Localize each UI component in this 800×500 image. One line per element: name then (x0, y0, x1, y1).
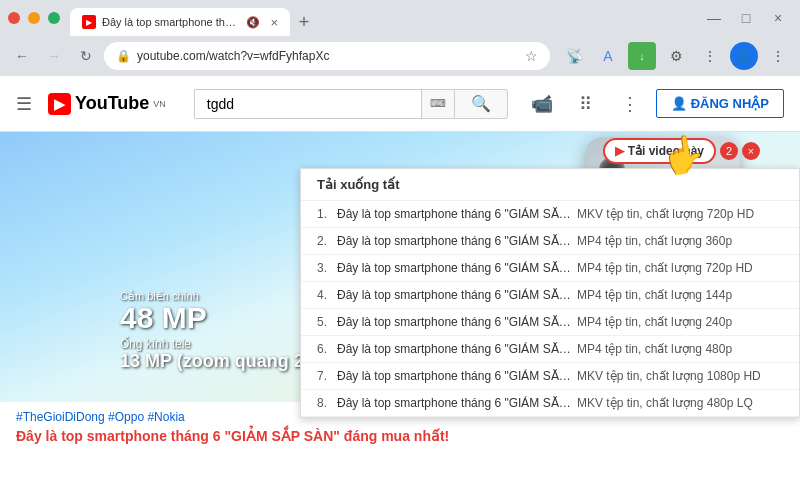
download-item-title: Đây là top smartphone tháng 6 "GIẢM SẮP … (337, 342, 577, 356)
download-item-format: MKV tệp tin, chất lượng 480p LQ (577, 396, 783, 410)
forward-button[interactable]: → (40, 42, 68, 70)
download-item[interactable]: 3. Đây là top smartphone tháng 6 "GIẢM S… (301, 255, 799, 282)
search-wrapper: ⌨ 🔍 (194, 89, 508, 119)
translate-icon[interactable]: A (594, 42, 622, 70)
download-item-format: MP4 tệp tin, chất lượng 240p (577, 315, 783, 329)
download-close-btn[interactable]: × (742, 142, 760, 160)
menu-hamburger-icon[interactable]: ☰ (16, 93, 32, 115)
hand-cursor-icon: 👆 (657, 130, 709, 179)
close-window-btn[interactable] (8, 12, 20, 24)
signin-person-icon: 👤 (671, 96, 687, 111)
youtube-logo-icon: ▶ (48, 93, 71, 115)
cast-icon[interactable]: 📡 (560, 42, 588, 70)
download-item-num: 6. (317, 342, 337, 356)
search-input[interactable] (194, 89, 421, 119)
download-item[interactable]: 8. Đây là top smartphone tháng 6 "GIẢM S… (301, 390, 799, 417)
camera-main-mp: 48 MP (120, 303, 320, 333)
toolbar-icons: 📡 A ↓ ⚙ ⋮ 👤 ⋮ (560, 42, 792, 70)
menu-dots-icon[interactable]: ⋮ (696, 42, 724, 70)
signin-button[interactable]: 👤 ĐĂNG NHẬP (656, 89, 784, 118)
tab-close-btn[interactable]: × (270, 15, 278, 30)
download-item-format: MP4 tệp tin, chất lượng 480p (577, 342, 783, 356)
camera-spec-overlay: Cảm biến chính 48 MP Ống kính tele 13 MP… (120, 290, 320, 372)
main-content: ▶ Tải video này 2 × Tải xuống tất 1. Đây… (0, 132, 800, 500)
upload-video-icon[interactable]: 📹 (524, 86, 560, 122)
search-button[interactable]: 🔍 (454, 89, 508, 119)
header-right: 📹 ⠿ ⋮ 👤 ĐĂNG NHẬP (524, 86, 784, 122)
minimize-btn[interactable]: — (700, 4, 728, 32)
camera-tele-mp: 13 MP (zoom quang 2x) (120, 351, 320, 372)
back-button[interactable]: ← (8, 42, 36, 70)
youtube-logo[interactable]: ▶ YouTubeVN (48, 93, 166, 115)
download-panel-header: Tải xuống tất (301, 169, 799, 201)
youtube-logo-text: YouTube (75, 93, 149, 114)
download-item-num: 4. (317, 288, 337, 302)
download-items-list: 1. Đây là top smartphone tháng 6 "GIẢM S… (301, 201, 799, 417)
lock-icon: 🔒 (116, 49, 131, 63)
download-item-num: 8. (317, 396, 337, 410)
maximize-btn[interactable]: □ (732, 4, 760, 32)
close-btn[interactable]: × (764, 4, 792, 32)
download-panel: Tải xuống tất 1. Đây là top smartphone t… (300, 168, 800, 418)
download-item-num: 5. (317, 315, 337, 329)
download-item-title: Đây là top smartphone tháng 6 "GIẢM SẮP … (337, 369, 577, 383)
apps-grid-icon[interactable]: ⠿ (568, 86, 604, 122)
maximize-window-btn[interactable] (48, 12, 60, 24)
download-item-title: Đây là top smartphone tháng 6 "GIẢM SẮP … (337, 207, 577, 221)
title-bar: ▶ Đây là top smartphone thán... 🔇 × + — … (0, 0, 800, 36)
download-item-num: 7. (317, 369, 337, 383)
download-item-format: MP4 tệp tin, chất lượng 144p (577, 288, 783, 302)
download-item-format: MKV tệp tin, chất lượng 720p HD (577, 207, 783, 221)
tab-title: Đây là top smartphone thán... (102, 16, 240, 28)
notifications-icon[interactable]: ⋮ (612, 86, 648, 122)
download-item-num: 1. (317, 207, 337, 221)
video-title: Đây là top smartphone tháng 6 "GIẢM SẮP … (16, 428, 784, 444)
keyboard-icon[interactable]: ⌨ (421, 89, 454, 119)
download-item-num: 2. (317, 234, 337, 248)
window-controls (8, 12, 60, 24)
camera-tele-label: Ống kính tele (120, 337, 320, 351)
refresh-button[interactable]: ↻ (72, 42, 100, 70)
address-field[interactable]: 🔒 youtube.com/watch?v=wfdFyhfapXc ☆ (104, 42, 550, 70)
tab-mute-icon[interactable]: 🔇 (246, 16, 260, 29)
download-item-title: Đây là top smartphone tháng 6 "GIẢM SẮP … (337, 315, 577, 329)
address-bar-row: ← → ↻ 🔒 youtube.com/watch?v=wfdFyhfapXc … (0, 36, 800, 76)
youtube-vn-label: VN (153, 99, 166, 109)
download-item[interactable]: 6. Đây là top smartphone tháng 6 "GIẢM S… (301, 336, 799, 363)
download-item-num: 3. (317, 261, 337, 275)
play-icon: ▶ (615, 144, 624, 158)
tab-bar: ▶ Đây là top smartphone thán... 🔇 × + (70, 0, 694, 36)
address-text: youtube.com/watch?v=wfdFyhfapXc (137, 49, 519, 63)
download-item[interactable]: 5. Đây là top smartphone tháng 6 "GIẢM S… (301, 309, 799, 336)
download-item-title: Đây là top smartphone tháng 6 "GIẢM SẮP … (337, 396, 577, 410)
download-item-format: MP4 tệp tin, chất lượng 720p HD (577, 261, 783, 275)
signin-label: ĐĂNG NHẬP (691, 96, 769, 111)
download-item[interactable]: 7. Đây là top smartphone tháng 6 "GIẢM S… (301, 363, 799, 390)
download-count-badge: 2 (720, 142, 738, 160)
download-item[interactable]: 1. Đây là top smartphone tháng 6 "GIẢM S… (301, 201, 799, 228)
download-item[interactable]: 2. Đây là top smartphone tháng 6 "GIẢM S… (301, 228, 799, 255)
minimize-window-btn[interactable] (28, 12, 40, 24)
youtube-header: ☰ ▶ YouTubeVN ⌨ 🔍 📹 ⠿ ⋮ 👤 ĐĂNG NHẬP (0, 76, 800, 132)
new-tab-button[interactable]: + (290, 8, 318, 36)
download-item-title: Đây là top smartphone tháng 6 "GIẢM SẮP … (337, 261, 577, 275)
bookmark-star-icon[interactable]: ☆ (525, 48, 538, 64)
download-item-format: MP4 tệp tin, chất lượng 360p (577, 234, 783, 248)
download-item-title: Đây là top smartphone tháng 6 "GIẢM SẮP … (337, 288, 577, 302)
download-item-format: MKV tệp tin, chất lượng 1080p HD (577, 369, 783, 383)
download-item-title: Đây là top smartphone tháng 6 "GIẢM SẮP … (337, 234, 577, 248)
tab-favicon: ▶ (82, 15, 96, 29)
user-circle-icon[interactable]: 👤 (730, 42, 758, 70)
settings-icon[interactable]: ⚙ (662, 42, 690, 70)
more-menu-icon[interactable]: ⋮ (764, 42, 792, 70)
download-overlay: ▶ Tải video này 2 × Tải xuống tất 1. Đây… (300, 132, 800, 418)
browser-window-controls: — □ × (700, 4, 792, 32)
extension-green-icon[interactable]: ↓ (628, 42, 656, 70)
download-item[interactable]: 4. Đây là top smartphone tháng 6 "GIẢM S… (301, 282, 799, 309)
active-tab[interactable]: ▶ Đây là top smartphone thán... 🔇 × (70, 8, 290, 36)
